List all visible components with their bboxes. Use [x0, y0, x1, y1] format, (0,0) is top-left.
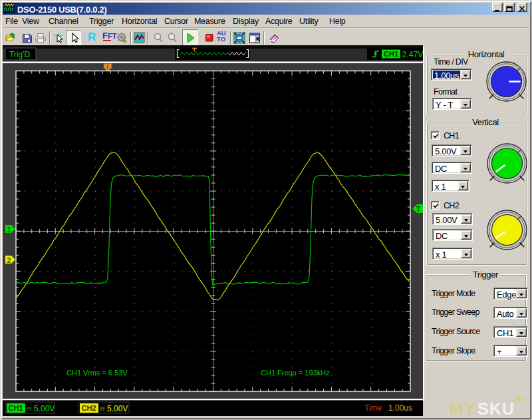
svg-text:2: 2	[7, 256, 11, 264]
svg-text:2.47V: 2.47V	[402, 50, 424, 59]
svg-text:Time: Time	[364, 403, 382, 413]
svg-text:T: T	[416, 206, 420, 213]
svg-text:CH1: CH1	[384, 50, 398, 58]
svg-text:CH1:Frequ = 193kHz: CH1:Frequ = 193kHz	[261, 369, 330, 377]
svg-text:CH2: CH2	[82, 404, 96, 412]
svg-text:Trig'D: Trig'D	[9, 50, 31, 59]
svg-text:1.00us: 1.00us	[388, 403, 412, 413]
svg-text:CH1:Vrms = 6.53V: CH1:Vrms = 6.53V	[66, 369, 128, 377]
svg-text:5.00V: 5.00V	[107, 404, 128, 413]
svg-text:CH1: CH1	[9, 404, 23, 412]
svg-text:5.00V: 5.00V	[34, 404, 55, 413]
svg-text:1: 1	[7, 226, 11, 234]
